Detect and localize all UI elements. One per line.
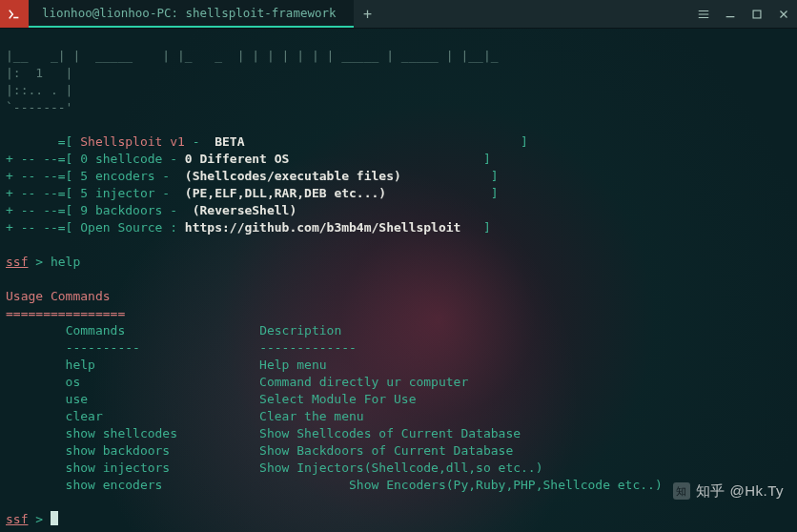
tab-active[interactable]: lionhoo@lionhoo-PC: shellsploit-framewor… <box>29 0 354 28</box>
svg-rect-0 <box>753 10 761 18</box>
app-icon <box>0 0 29 28</box>
usage-row: show backdoors Show Backdoors of Current… <box>6 443 513 458</box>
banner-line: + -- --=[ 0 shellcode - 0 Different OS ] <box>6 152 491 166</box>
banner-line: + -- --=[ Open Source : https://github.c… <box>6 220 491 235</box>
minimize-button[interactable] <box>717 0 744 29</box>
tab-strip: lionhoo@lionhoo-PC: shellsploit-framewor… <box>29 0 690 28</box>
usage-row: show injectors Show Injectors(Shellcode,… <box>6 460 543 475</box>
menu-button[interactable] <box>690 0 717 29</box>
usage-row: help Help menu <box>6 358 327 372</box>
watermark: 知 知乎 @Hk.Ty <box>673 482 784 500</box>
usage-header: Commands Description <box>6 323 341 338</box>
maximize-button[interactable] <box>744 0 770 29</box>
maximize-icon <box>750 8 764 21</box>
titlebar: lionhoo@lionhoo-PC: shellsploit-framewor… <box>0 0 797 29</box>
zhihu-icon: 知 <box>673 482 690 500</box>
usage-row: show encoders Show Encoders(Py,Ruby,PHP,… <box>6 478 663 492</box>
ascii-line: |: 1 | <box>6 66 72 80</box>
usage-rule: ================ <box>6 306 125 320</box>
window-controls <box>690 0 797 28</box>
usage-header-rule: ---------- ------------- <box>6 340 357 355</box>
prompt-line: ssf > help <box>6 255 80 269</box>
usage-row: show shellcodes Show Shellcodes of Curre… <box>6 426 521 440</box>
close-icon <box>777 8 790 21</box>
minimize-icon <box>724 8 737 21</box>
usage-title: Usage Commands <box>6 289 111 303</box>
hamburger-icon <box>697 8 710 21</box>
usage-row: use Select Module For Use <box>6 392 416 406</box>
cursor <box>51 511 58 525</box>
banner-line: + -- --=[ 5 injector - (PE,ELF,DLL,RAR,D… <box>6 186 499 200</box>
typed-command: help <box>51 255 80 269</box>
ascii-line: |__ _| | _____ | |_ _ | | | | | | | ____… <box>6 49 499 63</box>
ascii-line: `-------' <box>6 100 72 114</box>
prompt-line: ssf > <box>6 512 58 526</box>
usage-row: os Command directly ur computer <box>6 375 468 389</box>
banner-line: + -- --=[ 9 backdoors - (ReverseShell) <box>6 203 296 217</box>
terminal-output[interactable]: |__ _| | _____ | |_ _ | | | | | | | ____… <box>0 29 797 532</box>
close-button[interactable] <box>770 0 797 29</box>
usage-row: clear Clear the menu <box>6 409 364 423</box>
ascii-line: |::.. . | <box>6 83 72 97</box>
banner-line: + -- --=[ 5 encoders - (Shellcodes/execu… <box>6 169 499 183</box>
tab-title: lionhoo@lionhoo-PC: shellsploit-framewor… <box>42 5 337 22</box>
banner-line: =[ Shellsploit v1 - BETA ] <box>6 134 528 149</box>
terminal-icon <box>8 8 21 21</box>
new-tab-button[interactable]: + <box>354 0 382 28</box>
